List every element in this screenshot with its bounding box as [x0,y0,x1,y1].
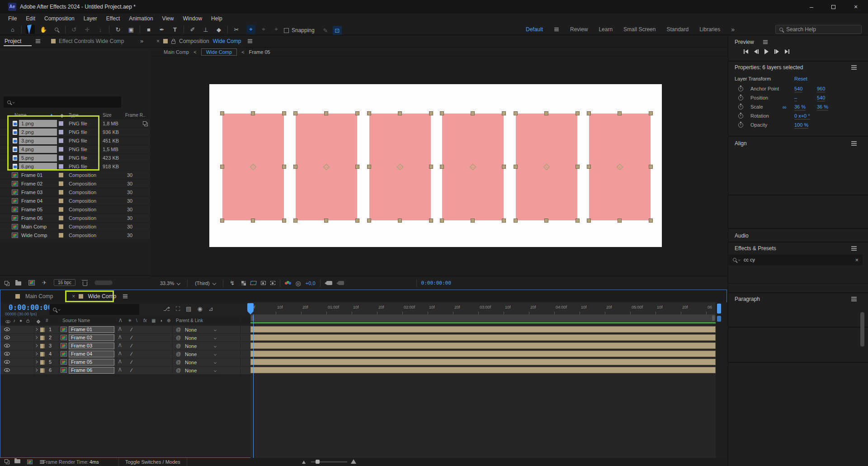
selection-handle[interactable] [502,111,506,115]
motion-blur-icon[interactable]: ◉ [197,305,202,313]
workspace-libraries[interactable]: Libraries [699,26,720,33]
label-chip[interactable] [59,199,63,203]
selection-handle[interactable] [587,219,591,223]
parent-dropdown[interactable]: None [183,342,219,349]
selection-handle[interactable] [649,165,653,169]
layer-row-5[interactable]: 5 Frame 05 Λ ∕ @ None [0,358,250,366]
project-row-frame04[interactable]: Frame 04 Composition 30 [0,197,150,205]
rotation-tool-icon[interactable]: ↻ [113,25,123,34]
dolly-camera-tool-icon[interactable]: ↓ [96,25,105,34]
layer-visibility-icon[interactable] [4,352,10,356]
navigator-end-handle[interactable] [717,316,721,322]
workspace-learn[interactable]: Learn [599,26,613,33]
selection-handle[interactable] [355,219,359,223]
selection-handle[interactable] [544,219,548,223]
layer-duration-bar-6[interactable] [250,367,716,373]
selection-handle[interactable] [355,165,359,169]
selection-handle[interactable] [251,219,255,223]
local-axis-mode-icon[interactable]: ⌖ [246,25,255,34]
close-tab-icon[interactable]: × [156,38,160,44]
scroll-pill[interactable] [94,281,113,285]
menu-help[interactable]: Help [207,15,227,22]
quality-icon[interactable]: ∕ [131,343,132,348]
selection-handle[interactable] [514,165,518,169]
render-queue-icon[interactable] [5,459,8,463]
item-name[interactable]: Frame 04 [19,197,57,204]
viewer-tab-comp-name[interactable]: Wide Comp [213,38,241,44]
region-of-interest-icon[interactable] [250,281,257,285]
anchor-point-icon[interactable] [323,163,330,171]
viewer-panel-menu-icon[interactable] [248,41,252,42]
tab-overflow[interactable]: » [140,38,143,44]
quality-icon[interactable]: ∕ [131,335,132,340]
orbit-camera-tool-icon[interactable]: ↺ [70,25,79,34]
channel-buttons-icon[interactable] [285,281,291,285]
selection-handle[interactable] [429,165,433,169]
transparency-grid-icon[interactable] [241,281,246,285]
project-panel-menu-icon[interactable] [36,41,40,42]
type-tool-icon[interactable]: T [170,25,179,34]
frame-blending-icon[interactable]: ▤ [186,305,191,313]
zoom-out-mountain-icon[interactable] [302,461,306,464]
parent-dropdown[interactable]: None [183,326,219,333]
label-chip[interactable] [59,224,63,229]
selection-handle[interactable] [293,219,297,223]
layer-row-4[interactable]: 4 Frame 04 Λ ∕ @ None [0,350,250,358]
menu-composition[interactable]: Composition [40,15,79,22]
label-chip[interactable] [59,207,63,212]
collapse-transformations-icon[interactable]: Λ [118,343,122,348]
viewer-tab-type[interactable]: Composition [179,38,209,44]
comp-layer-rect-1[interactable] [222,114,284,220]
selection-handle[interactable] [440,111,444,115]
menu-edit[interactable]: Edit [21,15,40,22]
selection-handle[interactable] [587,111,591,115]
exposure-icon[interactable]: ◎ [296,280,301,287]
collapse-transformations-icon[interactable]: Λ [118,367,122,372]
workspace-standard[interactable]: Standard [666,26,689,33]
next-frame-button[interactable] [774,48,780,55]
clone-stamp-tool-icon[interactable]: ⊥ [201,25,210,34]
selection-handle[interactable] [576,111,580,115]
clear-search-icon[interactable]: × [855,257,859,263]
delete-item-icon[interactable] [83,281,87,286]
stopwatch-icon[interactable] [738,123,743,128]
selection-handle[interactable] [282,111,286,115]
project-row-frame06[interactable]: Frame 06 Composition 30 [0,214,150,223]
expand-layer-icon[interactable] [35,369,38,372]
selection-handle[interactable] [514,111,518,115]
expand-layer-icon[interactable] [35,336,38,339]
anchor-point-icon[interactable] [250,163,257,171]
pen-add-icon[interactable]: ✎ [321,26,330,35]
scale-y[interactable]: 36 % [817,104,828,110]
layer-name[interactable]: Frame 01 [69,326,114,333]
link-dimensions-icon[interactable]: ∞ [783,104,787,110]
time-ruler[interactable]: 0f 10f 20f 01:00f 10f 20f 02:00f 10f 20f… [250,302,716,314]
layer-name[interactable]: Frame 02 [69,334,114,341]
lock-icon[interactable] [171,41,175,44]
collapse-transformations-icon[interactable]: Λ [118,359,122,364]
layer-row-2[interactable]: 2 Frame 02 Λ ∕ @ None [0,334,250,342]
anchor-point-x[interactable]: 540 [794,86,802,92]
home-tool-icon[interactable]: ⌂ [8,25,17,34]
effects-search-input[interactable]: cc cy × [729,254,863,265]
graph-editor-icon[interactable]: ⊿ [208,305,213,313]
toggle-switches-modes-button[interactable]: Toggle Switches / Modes [118,458,187,466]
parent-link-column[interactable]: Parent & Link [176,318,203,323]
layer-visibility-icon[interactable] [4,368,10,372]
menu-window[interactable]: Window [178,15,207,22]
col-framerate[interactable]: Frame R.. [125,113,145,118]
layer-name[interactable]: Frame 03 [69,342,114,349]
roto-brush-tool-icon[interactable]: ✂ [232,25,241,34]
selection-handle[interactable] [293,111,297,115]
play-button[interactable] [764,48,769,55]
menu-view[interactable]: View [158,15,179,22]
magnification-dropdown[interactable]: 33.3% [157,280,183,287]
selection-handle[interactable] [576,219,580,223]
selection-handle[interactable] [398,111,402,115]
label-chip[interactable] [59,181,63,186]
item-name[interactable]: Frame 05 [19,206,57,213]
anchor-point-icon[interactable] [469,163,476,171]
selection-handle[interactable] [282,165,286,169]
layer-row-1[interactable]: 1 Frame 01 Λ ∕ @ None [0,326,250,334]
layer-visibility-icon[interactable] [4,360,10,364]
